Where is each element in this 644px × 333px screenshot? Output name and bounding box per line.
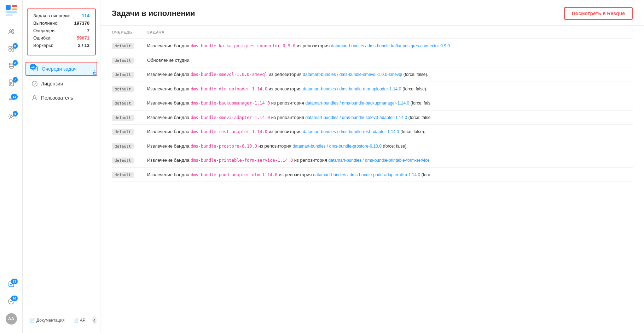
svg-rect-3 (6, 11, 17, 13)
queue-count-value: 114 (82, 13, 89, 18)
repo-text: из репозитория (271, 100, 306, 106)
queues-label: Очередей: (33, 28, 56, 33)
repo-link[interactable]: datamart-bundles / dms-bundle-backupmana… (306, 101, 410, 106)
table-row: defaultИзвлечение бандла dms-bundle-podd… (112, 168, 633, 182)
svg-rect-10 (12, 49, 14, 51)
stat-row-queues: Очередей: 7 (33, 27, 89, 34)
svg-rect-0 (6, 5, 11, 10)
svg-point-6 (12, 29, 13, 31)
repo-link[interactable]: datamart-bundles / dms-bundle-podd-adapt… (313, 172, 420, 177)
bundle-link[interactable]: dms-bundle-prostore-6.10.0 (191, 144, 257, 149)
task-label: Извлечение бандла (147, 172, 191, 177)
nav-item-job-queues[interactable]: 13 Очереди задач 🖱 (25, 62, 97, 76)
user-icon (31, 94, 38, 101)
task-cell: Извлечение бандла dms-bundle-podd-adapte… (147, 171, 633, 178)
docs-icon: 📄 (30, 318, 35, 323)
bundle-link[interactable]: dms-bundle-printable-form-service-1.14.0 (191, 158, 293, 163)
user-label: Пользователь (41, 95, 73, 101)
repo-text: из репозитория (294, 157, 329, 163)
repo-text: из репозитория (259, 143, 293, 149)
queue-badge: 8 (13, 43, 18, 49)
task-cell: Извлечение бандла dms-bundle-printable-f… (147, 157, 633, 164)
sidebar-item-doc[interactable]: 7 (4, 76, 18, 90)
table-row: defaultИзвлечение бандла dms-bundle-pros… (112, 139, 633, 154)
repo-text: из репозитория (297, 43, 331, 48)
queue-badge: default (112, 86, 134, 92)
svg-rect-2 (12, 8, 17, 10)
bundle-link[interactable]: dms-bundle-dtm-uploader-1.14.0 (191, 87, 267, 91)
table-area: ОЧЕРЕДЬ ЗАДАЧА defaultИзвлечение бандла … (100, 26, 644, 333)
queues-value: 7 (87, 28, 89, 33)
bundle-link[interactable]: dms-bundle-backupmanager-1.14.0 (191, 101, 270, 106)
nav-item-user[interactable]: Пользователь (25, 91, 97, 104)
tasks-bottom-badge: 13 (11, 279, 17, 284)
task-suffix: (force: false). (383, 144, 408, 149)
repo-link[interactable]: datamart-bundles / dms-bundle-prostore-6… (292, 144, 381, 149)
col-task-header: ЗАДАЧА (147, 30, 633, 34)
collapse-button[interactable] (92, 316, 97, 325)
bundle-link[interactable]: dms-bundle-podd-adapter-dtm-1.14.0 (191, 172, 278, 177)
queue-badge: default (112, 58, 134, 64)
resque-button[interactable]: Посмотреть в Resque (564, 7, 633, 20)
api-icon: 📄 (73, 318, 79, 323)
sidebar-item-users[interactable] (4, 25, 18, 40)
sidebar-item-list[interactable]: 11 (4, 93, 18, 107)
repo-link[interactable]: datamart-bundles / dms-bundle-dtm-upload… (303, 87, 401, 91)
task-cell: Извлечение бандла dms-bundle-prostore-6.… (147, 143, 633, 150)
database-badge: 2 (13, 60, 18, 66)
stat-row-workers: Воркеры: 2 / 13 (33, 42, 89, 49)
workers-value: 2 / 13 (78, 43, 89, 48)
task-label: Извлечение бандла (147, 115, 191, 120)
logo[interactable] (5, 4, 18, 18)
sidebar-item-database[interactable]: 2 (4, 59, 18, 73)
nav-item-licenses[interactable]: Лицензии (25, 77, 97, 90)
repo-link[interactable]: datamart-bundles / dms-bundle-printable-… (329, 158, 430, 163)
svg-rect-1 (12, 5, 17, 7)
main-content: Задачи в исполнении Посмотреть в Resque … (100, 0, 644, 333)
repo-link[interactable]: datamart-bundles / dms-bundle-smev3-adap… (306, 115, 407, 120)
stats-block: Задач в очереди: 114 Выполнено: 197370 О… (27, 8, 96, 55)
table-row: defaultИзвлечение бандла dms-bundle-back… (112, 96, 633, 111)
task-label: Извлечение бандла (147, 86, 191, 91)
table-row: defaultИзвлечение бандла dms-bundle-rest… (112, 125, 633, 139)
task-cell: Извлечение бандла dms-bundle-backupmanag… (147, 100, 633, 107)
task-cell: Извлечение бандла dms-bundle-rest-adapte… (147, 128, 633, 135)
sidebar-item-queue[interactable]: 8 (4, 42, 18, 57)
licenses-label: Лицензии (41, 81, 63, 87)
repo-text: из репозитория (271, 115, 306, 120)
queue-badge: default (112, 172, 134, 178)
queue-badge: default (112, 100, 134, 106)
bundle-link[interactable]: dms-bundle-smevql-1.0.0-smevql (191, 72, 267, 77)
task-label: Извлечение бандла (147, 143, 191, 149)
sidebar-item-license[interactable]: 10 (4, 295, 18, 309)
task-cell: Извлечение бандла dms-bundle-dtm-uploade… (147, 85, 633, 93)
task-label: Извлечение бандла (147, 100, 191, 106)
repo-text: из репозитория (269, 86, 303, 91)
bundle-link[interactable]: dms-bundle-kafka-postgres-connector-0.9.… (191, 43, 295, 48)
sidebar-item-tasks-bottom[interactable]: 13 (4, 278, 18, 292)
repo-text: из репозитория (269, 129, 303, 134)
bundle-link[interactable]: dms-bundle-smev3-adapter-1.14.0 (191, 115, 270, 120)
svg-rect-9 (9, 49, 11, 51)
table-rows: defaultИзвлечение бандла dms-bundle-kafk… (112, 39, 633, 182)
repo-link[interactable]: datamart-bundles / dms-bundle-smevql-1.0… (303, 72, 402, 77)
task-label: Обновление студии. (147, 58, 191, 63)
main-header: Задачи в исполнении Посмотреть в Resque (100, 0, 644, 26)
docs-link[interactable]: 📄 Документация (27, 316, 68, 325)
bundle-link[interactable]: dms-bundle-rest-adapter-1.14.0 (191, 129, 267, 134)
repo-link[interactable]: datamart-bundles / dms-bundle-kafka-post… (331, 43, 450, 48)
task-suffix: (force: false (408, 115, 431, 120)
api-label: API (80, 318, 87, 323)
left-panel: Задач в очереди: 114 Выполнено: 197370 О… (23, 0, 100, 333)
sidebar-item-settings[interactable]: 4 (4, 110, 18, 124)
task-label: Извлечение бандла (147, 129, 191, 134)
errors-label: Ошибки: (33, 35, 52, 41)
queue-count-label: Задач в очереди: (33, 13, 70, 18)
table-row: defaultИзвлечение бандла dms-bundle-prin… (112, 153, 633, 168)
svg-rect-7 (9, 46, 11, 48)
repo-link[interactable]: datamart-bundles / dms-bundle-rest-adapt… (303, 129, 399, 134)
user-avatar-btn[interactable]: АА (4, 312, 18, 326)
bottom-nav: 📄 Документация 📄 API (23, 313, 100, 327)
api-link[interactable]: 📄 API (70, 316, 89, 325)
svg-point-23 (33, 96, 36, 98)
